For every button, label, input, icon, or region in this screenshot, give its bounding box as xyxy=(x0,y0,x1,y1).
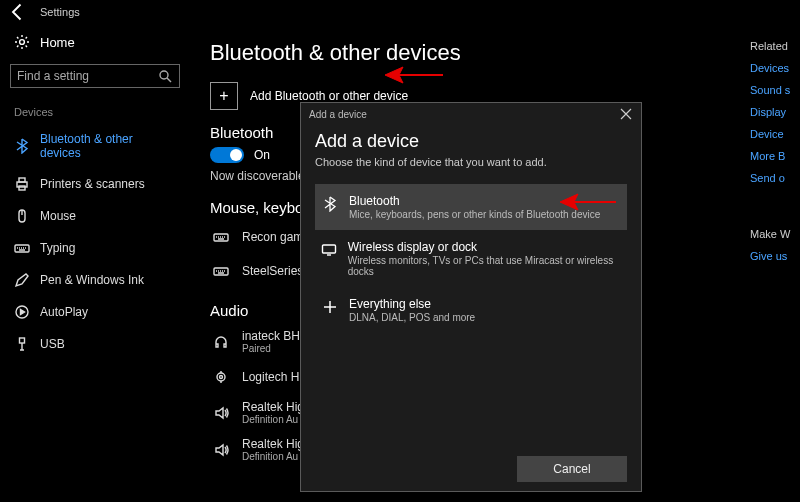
plus-icon: + xyxy=(210,82,238,110)
related-settings: Related Devices Sound s Display Device M… xyxy=(750,40,800,262)
page-title: Bluetooth & other devices xyxy=(210,40,792,66)
sidebar-item-label: AutoPlay xyxy=(40,305,88,319)
related-link[interactable]: Send o xyxy=(750,172,800,184)
sidebar-item-pen[interactable]: Pen & Windows Ink xyxy=(10,266,180,294)
dialog-heading: Add a device xyxy=(315,131,627,152)
svg-point-0 xyxy=(20,40,25,45)
sidebar-item-mouse[interactable]: Mouse xyxy=(10,202,180,230)
sidebar-section-header: Devices xyxy=(14,106,180,118)
mouse-icon xyxy=(14,208,30,224)
sidebar-item-typing[interactable]: Typing xyxy=(10,234,180,262)
device-name: Logitech HD xyxy=(242,370,308,384)
related-link[interactable]: Display xyxy=(750,106,800,118)
sidebar-item-label: Mouse xyxy=(40,209,76,223)
speaker-icon xyxy=(210,439,232,461)
printer-icon xyxy=(14,176,30,192)
svg-point-11 xyxy=(217,373,225,381)
speaker-icon xyxy=(210,402,232,424)
bluetooth-toggle-label: On xyxy=(254,148,270,162)
back-button[interactable] xyxy=(8,2,28,22)
camera-icon xyxy=(210,366,232,388)
home-button[interactable]: Home xyxy=(10,30,180,60)
option-title: Wireless display or dock xyxy=(348,240,621,254)
autoplay-icon xyxy=(14,304,30,320)
svg-rect-8 xyxy=(20,338,25,343)
option-bluetooth[interactable]: Bluetooth Mice, keyboards, pens or other… xyxy=(315,184,627,230)
sidebar-item-bluetooth[interactable]: Bluetooth & other devices xyxy=(10,126,180,166)
sidebar-item-autoplay[interactable]: AutoPlay xyxy=(10,298,180,326)
option-desc: Mice, keyboards, pens or other kinds of … xyxy=(349,209,600,220)
sidebar-item-printers[interactable]: Printers & scanners xyxy=(10,170,180,198)
sidebar-item-label: Typing xyxy=(40,241,75,255)
sidebar: Home Find a setting Devices Bluetooth & … xyxy=(0,24,190,502)
search-placeholder: Find a setting xyxy=(17,69,89,83)
dialog-window-title: Add a device xyxy=(309,109,367,120)
svg-rect-13 xyxy=(323,245,336,253)
plus-icon xyxy=(321,298,339,316)
svg-rect-3 xyxy=(19,178,25,182)
option-desc: DLNA, DIAL, POS and more xyxy=(349,312,475,323)
usb-icon xyxy=(14,336,30,352)
sidebar-item-label: Pen & Windows Ink xyxy=(40,273,144,287)
search-icon xyxy=(157,68,173,84)
feedback-link[interactable]: Give us xyxy=(750,250,800,262)
add-device-label: Add Bluetooth or other device xyxy=(250,89,408,103)
keyboard-icon xyxy=(210,260,232,282)
related-link[interactable]: Device xyxy=(750,128,800,140)
search-input[interactable]: Find a setting xyxy=(10,64,180,88)
feedback-header: Make W xyxy=(750,228,800,240)
svg-rect-4 xyxy=(19,186,25,190)
option-title: Bluetooth xyxy=(349,194,600,208)
dialog-subtitle: Choose the kind of device that you want … xyxy=(315,156,627,168)
related-header: Related xyxy=(750,40,800,52)
keyboard-icon xyxy=(14,240,30,256)
display-icon xyxy=(321,241,338,259)
app-title: Settings xyxy=(40,6,80,18)
cancel-button[interactable]: Cancel xyxy=(517,456,627,482)
sidebar-item-usb[interactable]: USB xyxy=(10,330,180,358)
bluetooth-icon xyxy=(321,195,339,213)
add-device-dialog: Add a device Add a device Choose the kin… xyxy=(300,102,642,492)
sidebar-item-label: Bluetooth & other devices xyxy=(40,132,176,160)
bluetooth-icon xyxy=(14,138,30,154)
svg-point-12 xyxy=(220,376,223,379)
headset-icon xyxy=(210,331,232,353)
option-desc: Wireless monitors, TVs or PCs that use M… xyxy=(348,255,621,277)
related-link[interactable]: More B xyxy=(750,150,800,162)
option-title: Everything else xyxy=(349,297,475,311)
close-button[interactable] xyxy=(619,107,633,121)
home-label: Home xyxy=(40,35,75,50)
related-link[interactable]: Devices xyxy=(750,62,800,74)
sidebar-item-label: USB xyxy=(40,337,65,351)
sidebar-item-label: Printers & scanners xyxy=(40,177,145,191)
pen-icon xyxy=(14,272,30,288)
svg-point-1 xyxy=(160,71,168,79)
bluetooth-toggle[interactable] xyxy=(210,147,244,163)
option-everything-else[interactable]: Everything else DLNA, DIAL, POS and more xyxy=(315,287,627,333)
option-wireless-display[interactable]: Wireless display or dock Wireless monito… xyxy=(315,230,627,287)
gear-icon xyxy=(14,34,30,50)
related-link[interactable]: Sound s xyxy=(750,84,800,96)
keyboard-icon xyxy=(210,226,232,248)
